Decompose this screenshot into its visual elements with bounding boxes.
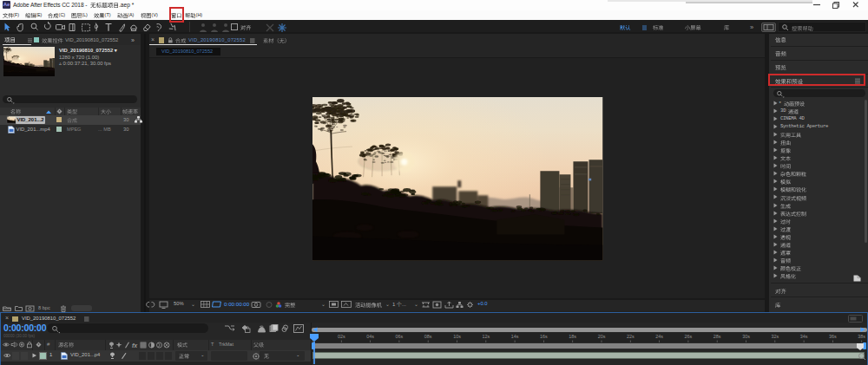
svg-text:fx: fx (132, 342, 138, 349)
svg-text:18s: 18s (569, 333, 576, 338)
svg-text:02s: 02s (338, 333, 345, 338)
svg-text:10s: 10s (453, 333, 461, 338)
svg-text:36s: 36s (829, 333, 837, 338)
svg-text:22s: 22s (627, 333, 635, 338)
svg-text:26s: 26s (685, 333, 693, 338)
svg-text:12s: 12s (482, 333, 490, 338)
svg-text:34s: 34s (800, 333, 808, 338)
svg-text:32s: 32s (771, 333, 779, 338)
svg-text:24s: 24s (655, 333, 663, 338)
svg-text:08s: 08s (424, 333, 432, 338)
svg-text:16s: 16s (540, 333, 548, 338)
svg-text:20s: 20s (598, 333, 606, 338)
svg-text:04s: 04s (366, 333, 374, 338)
svg-text:38s: 38s (858, 333, 865, 338)
svg-text:30s: 30s (742, 333, 750, 338)
svg-text:06s: 06s (396, 333, 404, 338)
svg-text:14s: 14s (511, 333, 519, 338)
svg-text:28s: 28s (713, 333, 721, 338)
